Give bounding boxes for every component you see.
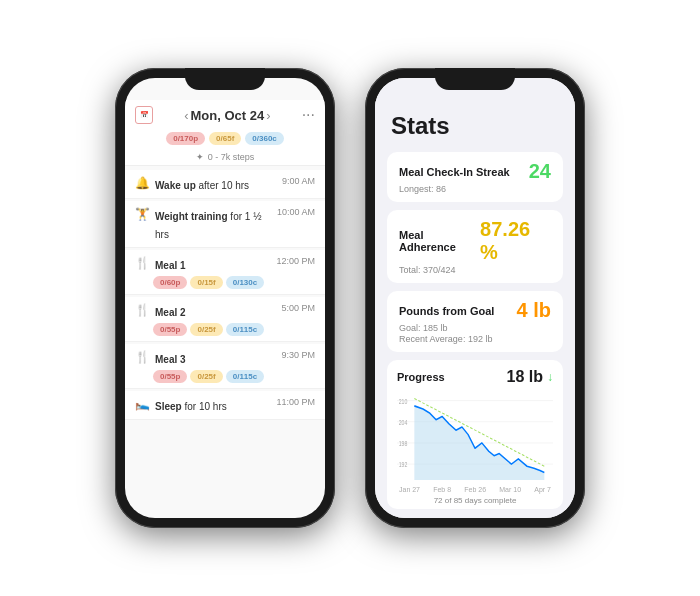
workout-icon: 🏋 xyxy=(135,207,151,221)
adherence-value: 87.26 % xyxy=(480,218,551,264)
meal2-carb[interactable]: 0/115c xyxy=(226,323,264,336)
meal2-macros: 0/55p 0/25f 0/115c xyxy=(135,323,264,336)
workout-time: 10:00 AM xyxy=(277,206,315,217)
meal3-protein[interactable]: 0/55p xyxy=(153,370,187,383)
wakeup-title: Wake up after 10 hrs xyxy=(155,180,249,191)
phone-1: 📅 ‹ Mon, Oct 24 › ··· 0/170p 0/65f 0/360… xyxy=(115,68,335,528)
meal2-icon: 🍴 xyxy=(135,303,151,320)
workout-content: Weight training for 1 ½ hrs xyxy=(151,206,277,242)
chart-title-row: Progress 18 lb ↓ xyxy=(397,368,553,386)
meal3-macros: 0/55p 0/25f 0/115c xyxy=(135,370,264,383)
wakeup-time: 9:00 AM xyxy=(282,175,315,186)
svg-text:204: 204 xyxy=(399,419,408,426)
page-wrapper: 📅 ‹ Mon, Oct 24 › ··· 0/170p 0/65f 0/360… xyxy=(0,0,700,596)
meal3-carb[interactable]: 0/115c xyxy=(226,370,264,383)
goal-value: 4 lb xyxy=(517,299,551,322)
meal3-fat[interactable]: 0/25f xyxy=(190,370,222,383)
schedule-list: 🔔 Wake up after 10 hrs 9:00 AM 🏋 Weight … xyxy=(125,166,325,518)
progress-value: 18 lb xyxy=(507,368,543,386)
meal1-icon: 🍴 xyxy=(135,256,151,273)
chart-x-labels: Jan 27 Feb 8 Feb 26 Mar 10 Apr 7 xyxy=(397,486,553,493)
x-label-feb8: Feb 8 xyxy=(433,486,451,493)
adherence-label: Meal Adherence xyxy=(399,229,480,253)
svg-text:192: 192 xyxy=(399,462,408,469)
carb-macro-badge[interactable]: 0/360c xyxy=(245,132,283,145)
next-day-button[interactable]: › xyxy=(266,108,270,123)
meal2-protein[interactable]: 0/55p xyxy=(153,323,187,336)
steps-label: 0 - 7k steps xyxy=(208,152,255,162)
adherence-card: Meal Adherence 87.26 % Total: 370/424 xyxy=(387,210,563,283)
fat-macro-badge[interactable]: 0/65f xyxy=(209,132,241,145)
adherence-card-row: Meal Adherence 87.26 % xyxy=(399,218,551,264)
list-item[interactable]: 🍴 Meal 3 9:30 PM 0/55p 0/25f 0/115c xyxy=(125,344,325,389)
sleep-icon: 🛌 xyxy=(135,397,151,411)
meal1-content: Meal 1 xyxy=(151,255,276,273)
steps-icon: ✦ xyxy=(196,152,204,162)
chart-footer: 72 of 85 days complete xyxy=(397,496,553,505)
bottom-padding xyxy=(375,513,575,518)
progress-card: Progress 18 lb ↓ xyxy=(387,360,563,509)
sleep-title: Sleep for 10 hrs xyxy=(155,401,227,412)
list-item[interactable]: 🏋 Weight training for 1 ½ hrs 10:00 AM xyxy=(125,201,325,248)
meal3-time: 9:30 PM xyxy=(281,349,315,367)
planner-header: 📅 ‹ Mon, Oct 24 › ··· xyxy=(125,100,325,128)
calendar-icon[interactable]: 📅 xyxy=(135,106,153,124)
x-label-feb26: Feb 26 xyxy=(464,486,486,493)
svg-text:210: 210 xyxy=(399,398,408,405)
list-item[interactable]: 🍴 Meal 2 5:00 PM 0/55p 0/25f 0/115c xyxy=(125,297,325,342)
protein-macro-badge[interactable]: 0/170p xyxy=(166,132,205,145)
streak-label: Meal Check-In Streak xyxy=(399,166,510,178)
streak-card: Meal Check-In Streak 24 Longest: 86 xyxy=(387,152,563,202)
list-item[interactable]: 🍴 Meal 1 12:00 PM 0/60p 0/15f 0/130c xyxy=(125,250,325,295)
phone-2-screen: Stats Meal Check-In Streak 24 Longest: 8… xyxy=(375,78,575,518)
phone-1-screen: 📅 ‹ Mon, Oct 24 › ··· 0/170p 0/65f 0/360… xyxy=(125,78,325,518)
meal1-time: 12:00 PM xyxy=(276,255,315,273)
current-date: Mon, Oct 24 xyxy=(190,108,264,123)
chart-title: Progress xyxy=(397,371,445,383)
stats-screen: Stats Meal Check-In Streak 24 Longest: 8… xyxy=(375,78,575,518)
adherence-sub: Total: 370/424 xyxy=(399,265,551,275)
streak-card-row: Meal Check-In Streak 24 xyxy=(399,160,551,183)
x-label-apr7: Apr 7 xyxy=(534,486,551,493)
daily-macros-row: 0/170p 0/65f 0/360c xyxy=(125,128,325,149)
streak-sub: Longest: 86 xyxy=(399,184,551,194)
phone-2: Stats Meal Check-In Streak 24 Longest: 8… xyxy=(365,68,585,528)
weight-chart: 210 204 198 192 xyxy=(397,390,553,480)
date-navigation: ‹ Mon, Oct 24 › xyxy=(184,108,270,123)
more-options-button[interactable]: ··· xyxy=(302,106,315,124)
goal-card: Pounds from Goal 4 lb Goal: 185 lb Recen… xyxy=(387,291,563,352)
meal1-protein[interactable]: 0/60p xyxy=(153,276,187,289)
streak-value: 24 xyxy=(529,160,551,183)
meal2-content: Meal 2 xyxy=(151,302,281,320)
meal1-macros: 0/60p 0/15f 0/130c xyxy=(135,276,264,289)
meal3-icon: 🍴 xyxy=(135,350,151,367)
goal-card-row: Pounds from Goal 4 lb xyxy=(399,299,551,322)
meal1-carb[interactable]: 0/130c xyxy=(226,276,264,289)
meal3-title: Meal 3 xyxy=(155,354,186,365)
meal2-fat[interactable]: 0/25f xyxy=(190,323,222,336)
wakeup-icon: 🔔 xyxy=(135,176,151,190)
sleep-time: 11:00 PM xyxy=(276,396,315,407)
planner-screen: 📅 ‹ Mon, Oct 24 › ··· 0/170p 0/65f 0/360… xyxy=(125,78,325,518)
sleep-content: Sleep for 10 hrs xyxy=(151,396,276,414)
stats-page-title: Stats xyxy=(375,100,575,148)
meal2-title: Meal 2 xyxy=(155,307,186,318)
svg-text:198: 198 xyxy=(399,441,408,448)
meal1-title: Meal 1 xyxy=(155,260,186,271)
prev-day-button[interactable]: ‹ xyxy=(184,108,188,123)
list-item[interactable]: 🛌 Sleep for 10 hrs 11:00 PM xyxy=(125,391,325,420)
x-label-jan27: Jan 27 xyxy=(399,486,420,493)
notch-2 xyxy=(435,68,515,90)
list-item[interactable]: 🔔 Wake up after 10 hrs 9:00 AM xyxy=(125,170,325,199)
workout-title: Weight training for 1 ½ hrs xyxy=(155,211,262,240)
meal1-fat[interactable]: 0/15f xyxy=(190,276,222,289)
meal2-time: 5:00 PM xyxy=(281,302,315,320)
notch-1 xyxy=(185,68,265,90)
goal-sub: Goal: 185 lb xyxy=(399,323,551,333)
x-label-mar10: Mar 10 xyxy=(499,486,521,493)
down-arrow-icon: ↓ xyxy=(547,370,553,384)
goal-avg: Recent Average: 192 lb xyxy=(399,334,551,344)
wakeup-content: Wake up after 10 hrs xyxy=(151,175,282,193)
steps-row: ✦ 0 - 7k steps xyxy=(125,149,325,166)
goal-label: Pounds from Goal xyxy=(399,305,494,317)
